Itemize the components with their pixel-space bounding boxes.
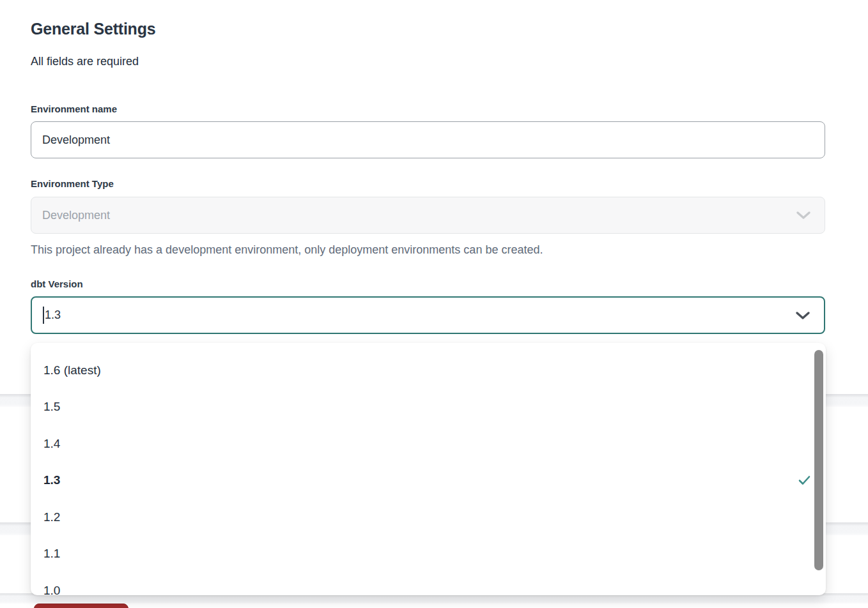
environment-name-input[interactable] — [31, 121, 825, 158]
dropdown-scrollbar[interactable] — [814, 350, 823, 570]
option-label: 1.0 — [43, 584, 60, 595]
check-icon — [798, 476, 810, 485]
dbt-version-label: dbt Version — [31, 278, 825, 290]
dropdown-option-1-3[interactable]: 1.3 — [31, 462, 826, 499]
environment-name-label: Environment name — [31, 103, 825, 115]
chevron-down-icon — [795, 210, 812, 220]
dropdown-option-1-4[interactable]: 1.4 — [31, 425, 826, 462]
environment-type-helper: This project already has a development e… — [31, 242, 825, 257]
environment-type-value: Development — [42, 209, 110, 222]
dbt-version-dropdown: 1.6 (latest) 1.5 1.4 1.3 1.2 1.1 1.0 — [31, 343, 826, 595]
dropdown-option-1-5[interactable]: 1.5 — [31, 389, 826, 426]
option-label: 1.2 — [43, 510, 60, 524]
dbt-version-value: 1.3 — [45, 308, 61, 322]
text-caret — [43, 307, 44, 324]
option-label: 1.3 — [43, 473, 60, 487]
general-settings-form: General Settings All fields are required… — [31, 0, 825, 334]
settings-page: General Settings All fields are required… — [0, 0, 868, 608]
environment-type-label: Environment Type — [31, 178, 825, 190]
required-fields-note: All fields are required — [31, 54, 825, 69]
page-title: General Settings — [31, 19, 825, 38]
chevron-down-icon — [794, 310, 811, 321]
environment-type-select: Development — [31, 197, 825, 234]
dropdown-option-1-1[interactable]: 1.1 — [31, 536, 826, 573]
dbt-version-combobox[interactable]: 1.3 — [31, 296, 825, 334]
dropdown-option-1-0[interactable]: 1.0 — [31, 572, 826, 595]
dropdown-option-1-2[interactable]: 1.2 — [31, 499, 826, 536]
option-label: 1.5 — [43, 400, 60, 414]
option-label: 1.4 — [43, 437, 60, 451]
option-label: 1.6 (latest) — [43, 363, 101, 377]
option-label: 1.1 — [43, 547, 60, 561]
delete-environment-button[interactable] — [34, 604, 128, 608]
dropdown-option-1-6[interactable]: 1.6 (latest) — [31, 352, 826, 389]
